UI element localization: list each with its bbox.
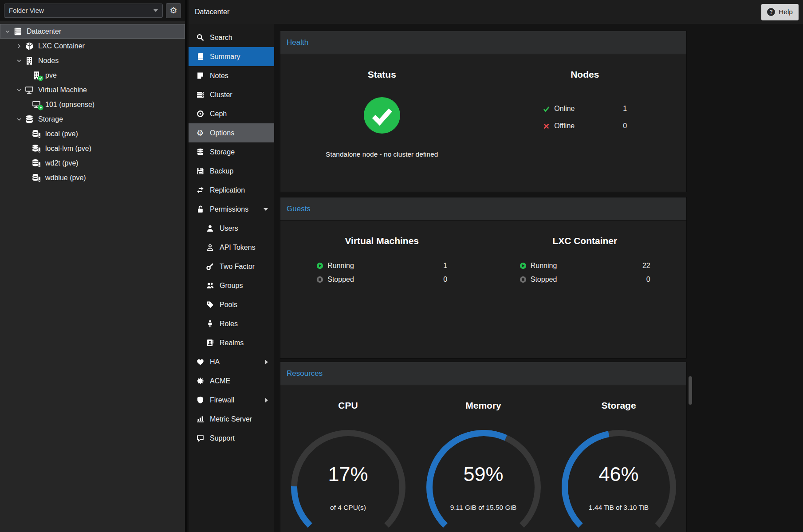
cluster-status-message: Standalone node - no cluster defined bbox=[326, 150, 438, 158]
health-panel-header: Health bbox=[280, 31, 686, 54]
menu-item-firewall[interactable]: Firewall bbox=[189, 390, 274, 410]
menu-item-label: Replication bbox=[210, 186, 245, 194]
menu-item-label: API Tokens bbox=[220, 244, 256, 252]
chevron-right-icon[interactable] bbox=[16, 43, 25, 50]
menu-item-options[interactable]: ⚙ Options bbox=[189, 123, 274, 142]
storage-drive-icon bbox=[32, 173, 43, 182]
tree-item-lxc-container[interactable]: LXC Container bbox=[0, 39, 185, 53]
menu-item-realms[interactable]: Realms bbox=[189, 333, 274, 352]
tree-item-local[interactable]: local (pve) bbox=[0, 126, 185, 141]
guests-panel-header: Guests bbox=[280, 197, 686, 221]
menu-item-cluster[interactable]: Cluster bbox=[189, 85, 274, 104]
tree-item-storage[interactable]: Storage bbox=[0, 112, 185, 126]
chevron-down-icon[interactable] bbox=[16, 57, 25, 64]
cube-icon bbox=[25, 42, 36, 51]
cpu-percent: 17% bbox=[291, 463, 405, 486]
vm-status-list: Running 1 Stopped 0 bbox=[316, 260, 447, 285]
tree-indent bbox=[23, 145, 32, 152]
guest-state-label: Stopped bbox=[531, 276, 557, 284]
lxc-heading: LXC Container bbox=[552, 236, 617, 246]
key-icon bbox=[205, 262, 214, 271]
tree-item-label: LXC Container bbox=[38, 42, 85, 50]
tree-item-wdblue[interactable]: wdblue (pve) bbox=[0, 170, 185, 185]
tree-item-local-lvm[interactable]: local-lvm (pve) bbox=[0, 141, 185, 156]
tree-item-nodes[interactable]: Nodes bbox=[0, 53, 185, 68]
menu-item-support[interactable]: Support bbox=[189, 429, 274, 448]
user-icon bbox=[205, 224, 214, 233]
menu-item-ha[interactable]: HA bbox=[189, 352, 274, 371]
health-status-column: Status Standalone node - no cluster defi… bbox=[280, 54, 484, 192]
menu-item-ceph[interactable]: Ceph bbox=[189, 104, 274, 123]
menu-item-groups[interactable]: Groups bbox=[189, 276, 274, 295]
storage-detail: 1.44 TiB of 3.10 TiB bbox=[562, 504, 676, 512]
chat-icon bbox=[196, 434, 205, 442]
storage-drive-icon bbox=[32, 159, 43, 168]
menu-item-search[interactable]: Search bbox=[189, 28, 274, 47]
tree-settings-button[interactable]: ⚙ bbox=[166, 3, 181, 18]
lxc-running-row: Running 22 bbox=[520, 260, 650, 272]
tree-item-label: Storage bbox=[38, 115, 63, 123]
play-circle-icon bbox=[316, 262, 323, 269]
resources-panel-body: CPU 17% of 4 CPU(s) Memory bbox=[280, 385, 686, 532]
menu-item-metric-server[interactable]: Metric Server bbox=[189, 410, 274, 429]
menu-item-roles[interactable]: Roles bbox=[189, 314, 274, 333]
guests-lxc-column: LXC Container Running 22 Stopped 0 bbox=[484, 221, 687, 358]
menu-item-label: Support bbox=[210, 434, 235, 442]
menu-item-label: Options bbox=[210, 129, 234, 137]
building-icon bbox=[25, 56, 36, 65]
tree-indent bbox=[23, 101, 32, 108]
person-icon bbox=[205, 319, 214, 328]
help-button[interactable]: ? Help bbox=[761, 4, 799, 20]
health-panel-body: Status Standalone node - no cluster defi… bbox=[280, 54, 686, 192]
menu-item-label: Users bbox=[220, 225, 238, 233]
play-circle-icon bbox=[520, 262, 527, 269]
lxc-stopped-row: Stopped 0 bbox=[520, 273, 650, 285]
page-title: Datacenter bbox=[189, 8, 229, 16]
menu-item-label: Search bbox=[210, 34, 232, 42]
storage-drive-icon bbox=[32, 130, 43, 138]
tree-toolbar: Folder View ⚙ bbox=[0, 0, 185, 21]
tree-item-wd2t[interactable]: wd2t (pve) bbox=[0, 156, 185, 170]
tree-item-datacenter[interactable]: Datacenter bbox=[0, 24, 185, 39]
guests-vm-column: Virtual Machines Running 1 Stopped 0 bbox=[280, 221, 484, 358]
node-icon bbox=[32, 71, 43, 80]
menu-item-label: Storage bbox=[210, 148, 235, 156]
tree-item-label: Nodes bbox=[38, 57, 59, 65]
panel-title: Resources bbox=[287, 369, 323, 378]
scrollbar-thumb[interactable] bbox=[689, 376, 692, 405]
resources-panel-header: Resources bbox=[280, 362, 686, 385]
vm-icon bbox=[32, 100, 43, 109]
menu-item-label: Ceph bbox=[210, 110, 227, 118]
menu-item-replication[interactable]: Replication bbox=[189, 181, 274, 200]
guests-panel: Guests Virtual Machines Running 1 Stoppe… bbox=[280, 197, 687, 359]
database-icon bbox=[196, 148, 205, 156]
user-outline-icon bbox=[205, 243, 214, 252]
chevron-down-icon[interactable] bbox=[16, 116, 25, 123]
menu-item-permissions[interactable]: Permissions bbox=[189, 200, 274, 219]
menu-item-backup[interactable]: Backup bbox=[189, 162, 274, 181]
guest-state-label: Running bbox=[531, 262, 557, 270]
tree-item-virtual-machine[interactable]: Virtual Machine bbox=[0, 83, 185, 97]
menu-item-two-factor[interactable]: Two Factor bbox=[189, 257, 274, 276]
help-label: Help bbox=[779, 8, 793, 16]
chevron-down-icon[interactable] bbox=[16, 87, 25, 94]
node-state-value: 0 bbox=[623, 122, 627, 130]
menu-item-api-tokens[interactable]: API Tokens bbox=[189, 238, 274, 257]
menu-item-label: Firewall bbox=[210, 396, 234, 404]
database-icon bbox=[25, 115, 36, 124]
view-mode-select[interactable]: Folder View bbox=[4, 4, 163, 18]
menu-item-summary[interactable]: Summary bbox=[189, 47, 274, 66]
menu-item-acme[interactable]: ACME bbox=[189, 371, 274, 390]
menu-item-pools[interactable]: Pools bbox=[189, 295, 274, 314]
chevron-down-icon[interactable] bbox=[4, 28, 13, 35]
tree-item-pve[interactable]: pve bbox=[0, 68, 185, 83]
tree-item-101-opnsense[interactable]: 101 (opnsense) bbox=[0, 97, 185, 112]
tree-item-label: pve bbox=[45, 71, 57, 79]
cpu-gauge: 17% of 4 CPU(s) bbox=[291, 430, 405, 532]
status-running-icon bbox=[38, 105, 43, 110]
menu-item-notes[interactable]: Notes bbox=[189, 66, 274, 85]
memory-gauge: 59% 9.11 GiB of 15.50 GiB bbox=[426, 430, 541, 532]
storage-heading: Storage bbox=[601, 400, 636, 411]
menu-item-storage[interactable]: Storage bbox=[189, 142, 274, 162]
menu-item-users[interactable]: Users bbox=[189, 219, 274, 238]
